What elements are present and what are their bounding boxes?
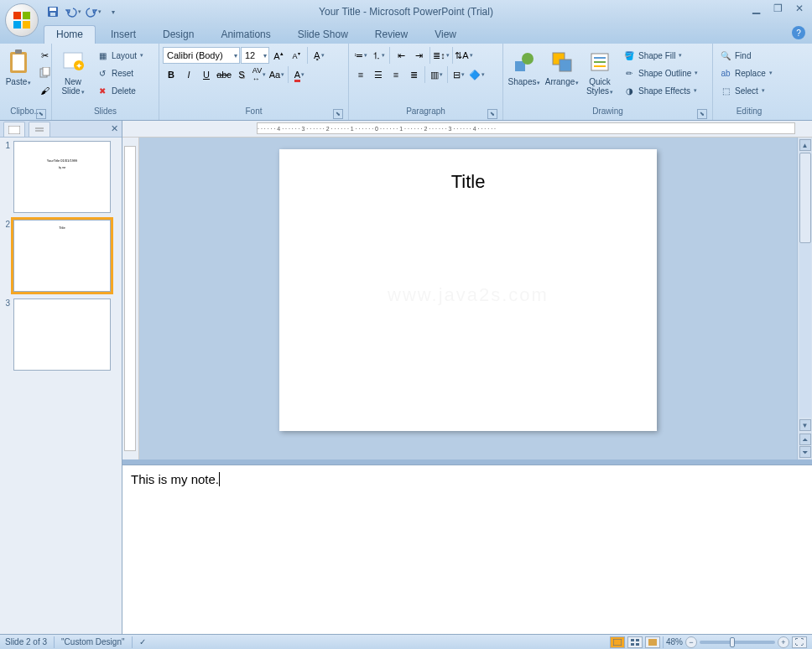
normal-view-button[interactable] — [610, 636, 625, 648]
clipboard-dialog-launcher[interactable]: ⬊ — [36, 109, 46, 119]
align-text-button[interactable]: ⊟ — [450, 66, 467, 83]
zoom-percent[interactable]: 48% — [666, 637, 683, 646]
notes-pane[interactable]: This is my note. — [122, 465, 812, 634]
drawing-dialog-launcher[interactable]: ⬊ — [697, 109, 707, 119]
grow-font-button[interactable]: A▴ — [270, 47, 287, 64]
reset-button[interactable]: ↺Reset — [93, 65, 146, 81]
numbering-button[interactable]: ⒈ — [370, 47, 387, 64]
smartart-button[interactable]: 🔷 — [468, 66, 485, 83]
text-direction-button[interactable]: ⇅A — [455, 47, 472, 64]
scroll-up-button[interactable]: ▲ — [799, 139, 811, 151]
bold-icon: B — [168, 70, 174, 80]
help-button[interactable]: ? — [792, 26, 805, 39]
minimize-button[interactable]: ▁ — [747, 2, 765, 15]
slide-canvas[interactable]: Title www.java2s.com — [279, 149, 657, 431]
qat-customize[interactable]: ▾ — [104, 3, 122, 21]
slide-counter[interactable]: Slide 2 of 3 — [5, 637, 47, 646]
restore-button[interactable]: ❐ — [768, 2, 787, 15]
slide-canvas-area[interactable]: Title www.java2s.com — [139, 138, 797, 459]
shapes-button[interactable]: Shapes — [507, 47, 542, 89]
close-pane-button[interactable]: ✕ — [111, 123, 118, 134]
underline-icon: U — [203, 70, 210, 80]
slides-tab[interactable] — [3, 122, 25, 137]
undo-button[interactable] — [64, 3, 82, 21]
slideshow-view-button[interactable] — [645, 636, 660, 648]
tab-animations[interactable]: Animations — [209, 26, 282, 44]
paragraph-dialog-launcher[interactable]: ⬊ — [487, 109, 497, 119]
arrange-label: Arrange — [545, 77, 580, 87]
paste-button[interactable]: Paste — [3, 47, 34, 89]
tab-insert[interactable]: Insert — [99, 26, 148, 44]
bullets-button[interactable]: ≔ — [352, 47, 369, 64]
thumbnail-slide-1[interactable]: YourTitle 01/01/1999 by me — [13, 141, 111, 213]
zoom-in-button[interactable]: + — [778, 636, 789, 648]
columns-button[interactable]: ▥ — [428, 66, 445, 83]
clear-formatting-button[interactable]: A͓ — [310, 47, 327, 64]
format-painter-button[interactable]: 🖌 — [36, 82, 53, 99]
thumbnail-slide-2[interactable]: Title — [13, 220, 111, 292]
svg-rect-30 — [636, 643, 639, 646]
italic-button[interactable]: I — [180, 66, 197, 83]
thumbnail-slide-3[interactable] — [13, 299, 111, 371]
prev-slide-button[interactable]: ⏶ — [799, 434, 811, 445]
cut-button[interactable]: ✂ — [36, 47, 53, 64]
tab-home[interactable]: Home — [44, 25, 96, 44]
align-left-button[interactable]: ≡ — [352, 66, 369, 83]
tab-slideshow[interactable]: Slide Show — [286, 26, 360, 44]
align-right-button[interactable]: ≡ — [388, 66, 404, 83]
select-button[interactable]: ⬚Select — [716, 82, 782, 99]
save-button[interactable] — [44, 3, 62, 21]
scroll-thumb[interactable] — [799, 153, 811, 243]
strikethrough-button[interactable]: abc — [216, 66, 232, 83]
bold-button[interactable]: B — [163, 66, 180, 83]
justify-icon: ≣ — [410, 70, 418, 80]
font-family-combo[interactable]: Calibri (Body) — [163, 47, 240, 64]
shadow-button[interactable]: S — [233, 66, 250, 83]
quick-styles-button[interactable]: Quick Styles — [582, 47, 617, 98]
copy-button[interactable] — [36, 65, 53, 81]
font-size-combo[interactable]: 12 — [241, 47, 269, 64]
shape-effects-button[interactable]: ◑Shape Effects — [620, 82, 704, 99]
ribbon-tabs: Home Insert Design Animations Slide Show… — [0, 23, 812, 44]
layout-button[interactable]: ▦Layout — [93, 47, 146, 64]
justify-button[interactable]: ≣ — [405, 66, 422, 83]
find-button[interactable]: 🔍Find — [716, 47, 782, 64]
arrange-button[interactable]: Arrange — [544, 47, 580, 89]
shrink-font-button[interactable]: A▾ — [288, 47, 304, 64]
underline-button[interactable]: U — [198, 66, 215, 83]
zoom-slider-thumb[interactable] — [730, 637, 735, 647]
vertical-scrollbar[interactable]: ▲ ▼ ⏶ ⏷ — [797, 138, 812, 459]
tab-review[interactable]: Review — [363, 26, 419, 44]
zoom-out-button[interactable]: − — [685, 636, 697, 648]
tab-view[interactable]: View — [423, 26, 468, 44]
slide-title[interactable]: Title — [279, 171, 657, 193]
font-color-button[interactable]: A — [291, 66, 308, 83]
zoom-slider[interactable] — [700, 641, 775, 644]
decrease-indent-button[interactable]: ⇤ — [393, 47, 409, 64]
horizontal-ruler[interactable]: · · · · · · 4 · · · · · · 3 · · · · · · … — [122, 121, 812, 138]
redo-button[interactable] — [84, 3, 102, 21]
scroll-track[interactable] — [799, 153, 811, 418]
scroll-down-button[interactable]: ▼ — [799, 419, 811, 431]
tab-design[interactable]: Design — [151, 26, 206, 44]
new-slide-button[interactable]: ✦ New Slide — [55, 47, 91, 98]
spellcheck-icon[interactable]: ✓ — [139, 637, 146, 646]
vertical-ruler[interactable] — [122, 138, 139, 459]
replace-button[interactable]: abReplace — [716, 65, 782, 81]
design-name[interactable]: "Custom Design" — [61, 637, 124, 646]
next-slide-button[interactable]: ⏷ — [799, 446, 811, 458]
change-case-button[interactable]: Aa — [268, 66, 285, 83]
sorter-view-button[interactable] — [627, 636, 643, 648]
increase-indent-button[interactable]: ⇥ — [410, 47, 427, 64]
outline-tab[interactable] — [29, 122, 50, 137]
align-center-button[interactable]: ☰ — [370, 66, 387, 83]
delete-slide-button[interactable]: ✖Delete — [93, 82, 146, 99]
shape-outline-button[interactable]: ✏Shape Outline — [620, 65, 704, 81]
font-dialog-launcher[interactable]: ⬊ — [333, 109, 343, 119]
shape-fill-button[interactable]: 🪣Shape Fill — [620, 47, 704, 64]
office-button[interactable] — [5, 3, 39, 37]
line-spacing-button[interactable]: ≣↕ — [433, 47, 450, 64]
char-spacing-button[interactable]: AV↔ — [251, 66, 268, 83]
close-button[interactable]: ✕ — [790, 2, 809, 15]
fit-window-button[interactable]: ⛶ — [792, 636, 807, 648]
